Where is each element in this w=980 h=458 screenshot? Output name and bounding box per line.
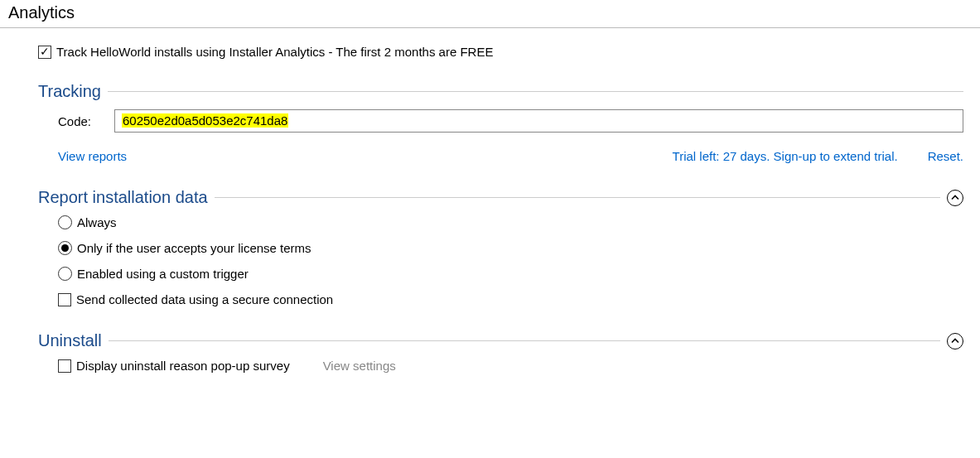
code-input[interactable]: 60250e2d0a5d053e2c741da8 <box>114 109 963 133</box>
display-uninstall-label: Display uninstall reason pop-up survey <box>76 359 290 373</box>
collapse-icon[interactable] <box>947 190 963 206</box>
section-rule <box>215 197 940 198</box>
track-installs-label: Track HelloWorld installs using Installe… <box>56 45 493 59</box>
secure-connection-label: Send collected data using a secure conne… <box>76 292 333 306</box>
radio-custom-trigger-label: Enabled using a custom trigger <box>77 267 249 281</box>
display-uninstall-checkbox[interactable] <box>58 359 71 373</box>
radio-license-label: Only if the user accepts your license te… <box>77 241 311 255</box>
radio-always-label: Always <box>77 215 117 229</box>
section-title-uninstall: Uninstall <box>38 331 102 350</box>
section-rule <box>108 91 963 92</box>
radio-custom-trigger[interactable] <box>58 267 72 281</box>
code-label: Code: <box>58 114 98 128</box>
section-rule <box>109 340 940 341</box>
view-settings-link: View settings <box>323 359 396 373</box>
secure-connection-checkbox[interactable] <box>58 293 71 306</box>
view-reports-link[interactable]: View reports <box>58 149 127 163</box>
collapse-icon[interactable] <box>947 333 963 350</box>
trial-status-link[interactable]: Trial left: 27 days. Sign-up to extend t… <box>673 149 898 163</box>
section-title-report: Report installation data <box>38 188 208 207</box>
reset-link[interactable]: Reset. <box>928 149 963 163</box>
radio-license[interactable] <box>58 241 72 255</box>
code-value: 60250e2d0a5d053e2c741da8 <box>122 113 288 128</box>
page-title: Analytics <box>0 0 980 28</box>
track-installs-checkbox[interactable] <box>38 46 51 59</box>
radio-always[interactable] <box>58 215 72 229</box>
section-title-tracking: Tracking <box>38 82 101 101</box>
